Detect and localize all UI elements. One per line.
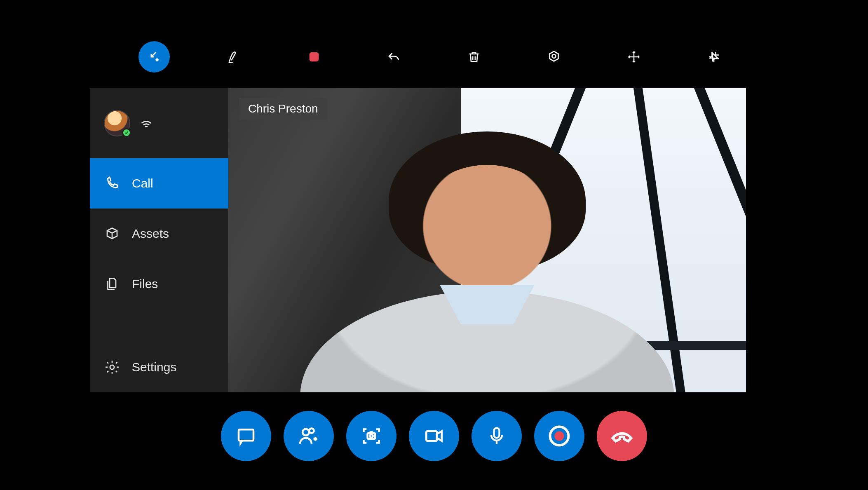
chat-button[interactable] (221, 411, 271, 461)
annotate-shape-button[interactable] (538, 41, 570, 73)
record-button[interactable] (534, 411, 584, 461)
stop-recording-button[interactable] (298, 41, 330, 73)
chat-icon (235, 425, 257, 447)
video-toggle-button[interactable] (409, 411, 459, 461)
annotation-toolbar (0, 41, 868, 73)
svg-point-6 (309, 429, 314, 433)
svg-point-2 (552, 54, 556, 58)
sidebar-item-label: Settings (132, 360, 176, 374)
svg-point-5 (303, 429, 309, 436)
sidebar-item-label: Call (132, 176, 153, 190)
pin-icon (706, 49, 721, 64)
sidebar-item-label: Assets (132, 227, 169, 241)
sidebar-item-label: Files (132, 277, 158, 291)
svg-point-8 (370, 434, 373, 437)
video-camera-icon (422, 424, 446, 448)
add-person-icon (297, 424, 320, 448)
gear-icon (104, 359, 120, 375)
box-icon (104, 225, 120, 242)
sidebar-item-files[interactable]: Files (90, 259, 228, 309)
ink-button[interactable] (218, 41, 250, 73)
undo-icon (387, 49, 401, 64)
collapse-button[interactable] (138, 41, 170, 73)
phone-icon (104, 175, 120, 192)
pin-button[interactable] (698, 41, 730, 73)
remote-name-tag: Chris Preston (239, 98, 327, 120)
svg-rect-9 (426, 431, 437, 441)
svg-point-12 (555, 431, 564, 441)
remote-video: Chris Preston (228, 88, 746, 392)
svg-point-0 (156, 59, 158, 61)
call-window: Call Assets Files (90, 88, 746, 392)
svg-rect-4 (239, 429, 253, 441)
undo-button[interactable] (378, 41, 410, 73)
record-icon (547, 424, 572, 448)
sidebar-item-call[interactable]: Call (90, 158, 228, 209)
sidebar-item-settings[interactable]: Settings (90, 342, 228, 392)
collapse-icon (147, 50, 161, 64)
hang-up-button[interactable] (597, 411, 647, 461)
capture-frame-icon (360, 424, 383, 448)
remote-name-label: Chris Preston (248, 102, 318, 115)
add-participant-button[interactable] (284, 411, 334, 461)
remote-person (291, 137, 684, 392)
svg-rect-10 (494, 428, 500, 438)
call-controls (0, 411, 868, 461)
trash-icon (467, 50, 481, 64)
sidebar-nav: Call Assets Files (90, 158, 228, 392)
hang-up-icon (610, 424, 634, 448)
presence-badge (122, 128, 131, 137)
microphone-icon (486, 425, 507, 447)
wifi-icon (139, 116, 153, 130)
move-button[interactable] (618, 41, 650, 73)
ink-pen-icon (226, 49, 242, 65)
profile-area (90, 88, 228, 158)
sidebar-item-assets[interactable]: Assets (90, 209, 228, 259)
move-arrows-icon (627, 50, 641, 64)
files-icon (104, 276, 120, 292)
sidebar: Call Assets Files (90, 88, 228, 392)
hexagon-target-icon (547, 49, 561, 64)
stop-icon (307, 50, 321, 64)
svg-point-3 (110, 365, 114, 369)
capture-button[interactable] (346, 411, 396, 461)
avatar[interactable] (104, 110, 130, 136)
delete-button[interactable] (458, 41, 490, 73)
mic-toggle-button[interactable] (472, 411, 522, 461)
svg-rect-1 (310, 52, 319, 62)
